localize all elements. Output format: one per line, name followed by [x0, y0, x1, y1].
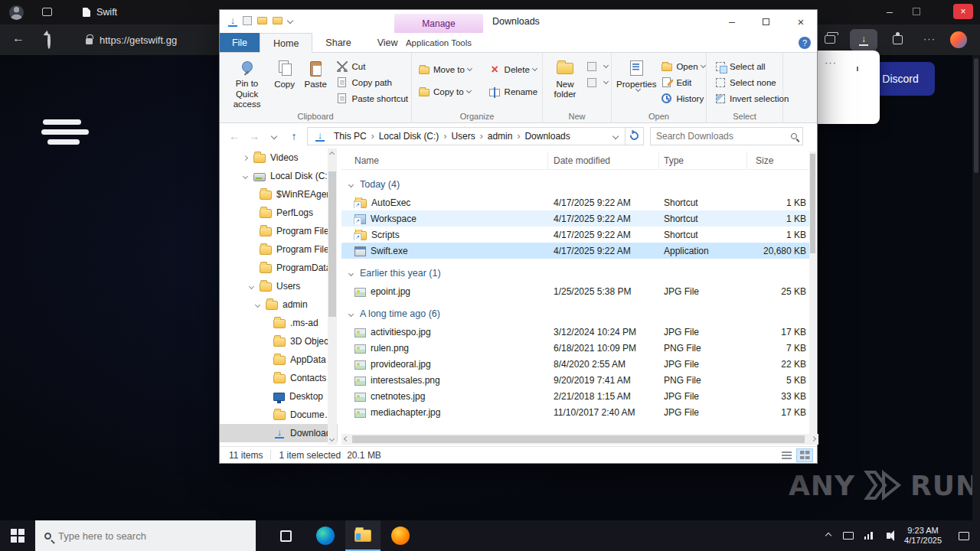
group-collapse-icon[interactable]	[348, 311, 354, 316]
ribbon-copy-path-button[interactable]: Copy path	[335, 74, 408, 90]
tree-item-admin[interactable]: admin	[220, 295, 338, 314]
ribbon-cut-button[interactable]: Cut	[335, 58, 408, 74]
file-row[interactable]: mediachapter.jpg 11/10/2017 2:40 AM JPG …	[341, 404, 812, 420]
action-center-button[interactable]	[948, 532, 980, 540]
scrollbar-thumb[interactable]	[352, 435, 805, 443]
file-row-selected[interactable]: Swift.exe 4/17/2025 9:22 AM Application …	[341, 243, 812, 259]
tree-item-3d-objects[interactable]: 3D Objects	[220, 332, 338, 350]
explorer-close-button[interactable]: ×	[788, 11, 814, 32]
search-input[interactable]	[656, 131, 791, 142]
tree-item-videos[interactable]: Videos	[220, 148, 338, 167]
qat-folder-button[interactable]	[273, 17, 283, 24]
file-row[interactable]: Scripts 4/17/2025 9:22 AM Shortcut 1 KB	[341, 227, 812, 243]
ribbon-rename-button[interactable]: Rename	[488, 83, 539, 100]
explorer-maximize-button[interactable]	[753, 11, 779, 32]
ribbon-select-none-button[interactable]: Select none	[713, 74, 789, 90]
browser-close-button[interactable]: ×	[953, 4, 973, 19]
browser-downloads-button[interactable]: ↓	[850, 29, 877, 51]
ribbon-open-button[interactable]: Open	[659, 58, 704, 74]
tree-item-programdata[interactable]: ProgramData	[220, 259, 338, 277]
browser-tab[interactable]: Swift	[72, 0, 128, 24]
breadcrumb-users[interactable]: Users	[447, 131, 479, 142]
collections-icon[interactable]	[825, 35, 835, 44]
file-row[interactable]: epoint.jpg 1/25/2025 5:38 PM JPG File 25…	[341, 283, 812, 299]
nav-up-button[interactable]: ↑	[284, 127, 304, 145]
edge-taskbar-button[interactable]	[308, 520, 343, 551]
refresh-button[interactable]	[626, 127, 644, 145]
group-header-earlier-this-year[interactable]: Earlier this year (1)	[341, 265, 812, 282]
ribbon-copy-button[interactable]: Copy	[270, 57, 299, 109]
breadcrumb-this-pc[interactable]: This PC	[330, 131, 371, 142]
files-horizontal-scrollbar[interactable]	[341, 434, 818, 445]
column-name[interactable]: Name	[341, 152, 548, 169]
browser-back-icon[interactable]: ←	[12, 31, 24, 45]
files-vertical-scrollbar[interactable]	[809, 152, 816, 434]
file-row[interactable]: rulen.png 6/18/2021 10:09 PM PNG File 7 …	[341, 340, 812, 356]
tree-item-program-files-2[interactable]: Program Files	[220, 240, 338, 259]
file-row[interactable]: cnetnotes.jpg 2/21/2018 1:15 AM JPG File…	[341, 388, 812, 404]
browser-minimize-button[interactable]: –	[877, 0, 902, 23]
taskbar-search[interactable]	[35, 520, 256, 551]
qat-new-folder-button[interactable]	[257, 17, 267, 24]
file-row[interactable]: provideoral.jpg 8/4/2020 2:55 AM JPG Fil…	[341, 356, 812, 372]
breadcrumb-local-disk-c[interactable]: Local Disk (C:)	[375, 131, 443, 142]
browser-refresh-icon[interactable]	[47, 34, 51, 48]
browser-maximize-button[interactable]	[913, 8, 920, 15]
breadcrumb[interactable]: ↓ This PC › Local Disk (C:) › Users › ad…	[307, 127, 626, 145]
tree-item-contacts[interactable]: Contacts	[220, 369, 338, 387]
scroll-up-icon[interactable]	[329, 152, 335, 157]
volume-tray-icon[interactable]	[878, 533, 898, 539]
expander-icon[interactable]	[255, 302, 260, 307]
scrollbar-thumb[interactable]	[810, 154, 815, 253]
explorer-taskbar-button[interactable]	[345, 520, 381, 551]
tab-share[interactable]: Share	[312, 33, 364, 52]
tree-item-perflogs[interactable]: PerfLogs	[220, 204, 338, 222]
ribbon-invert-selection-button[interactable]: Invert selection	[713, 90, 789, 106]
expander-icon[interactable]	[243, 173, 248, 178]
page-scrollbar[interactable]	[972, 55, 980, 520]
taskbar-search-input[interactable]	[58, 530, 256, 542]
breadcrumb-admin[interactable]: admin	[484, 131, 517, 142]
group-collapse-icon[interactable]	[348, 181, 354, 187]
view-details-button[interactable]	[778, 448, 795, 462]
tray-expand-button[interactable]	[818, 533, 838, 538]
ribbon-history-button[interactable]: History	[659, 90, 704, 106]
file-row[interactable]: activitiespo.jpg 3/12/2024 10:24 PM JPG …	[341, 324, 812, 340]
browser-profile-icon[interactable]	[950, 31, 967, 48]
ribbon-pin-button[interactable]: Pin to Quick access	[224, 57, 270, 109]
nav-scrollbar[interactable]	[328, 148, 337, 445]
firefox-taskbar-button[interactable]	[383, 520, 418, 551]
extensions-icon[interactable]	[893, 35, 903, 44]
ribbon-select-all-button[interactable]: Select all	[713, 58, 789, 74]
qat-customize-button[interactable]	[287, 18, 293, 24]
breadcrumb-downloads[interactable]: Downloads	[521, 131, 573, 142]
address-bar[interactable]: https://getswift.gg	[86, 24, 177, 55]
file-row[interactable]: AutoExec 4/17/2025 9:22 AM Shortcut 1 KB	[341, 194, 812, 210]
tab-home[interactable]: Home	[260, 33, 312, 53]
column-date-modified[interactable]: Date modified	[548, 152, 659, 169]
ribbon-paste-button[interactable]: Paste	[299, 57, 332, 109]
scroll-left-icon[interactable]	[344, 436, 349, 442]
expander-icon[interactable]	[249, 283, 254, 289]
display-tray-icon[interactable]	[838, 532, 858, 540]
manage-tab-label[interactable]: Manage	[394, 14, 483, 33]
nav-recent-button[interactable]	[264, 127, 284, 145]
task-view-button[interactable]	[268, 520, 303, 551]
scrollbar-thumb[interactable]	[328, 171, 336, 317]
file-row[interactable]: Workspace 4/17/2025 9:22 AM Shortcut 1 K…	[341, 210, 812, 227]
ribbon-easy-access-button[interactable]	[584, 74, 608, 90]
ribbon-new-folder-button[interactable]: New folder	[547, 57, 583, 109]
flyout-more-button[interactable]: ···	[825, 57, 837, 68]
profile-avatar-icon[interactable]	[9, 5, 24, 20]
scroll-down-icon[interactable]	[329, 436, 335, 442]
view-thumbnails-button[interactable]	[796, 448, 813, 462]
scroll-right-icon[interactable]	[811, 436, 816, 442]
ribbon-edit-button[interactable]: Edit	[659, 74, 704, 90]
browser-menu-icon[interactable]: ···	[923, 33, 936, 44]
tab-overview-icon[interactable]	[42, 8, 52, 16]
ribbon-delete-button[interactable]: × Delete	[488, 61, 539, 78]
search-box[interactable]	[650, 127, 803, 145]
group-header-a-long-time-ago[interactable]: A long time ago (6)	[341, 305, 812, 322]
file-row[interactable]: interestsales.png 9/20/2019 7:41 AM PNG …	[341, 372, 812, 388]
tree-item-documents[interactable]: Documents	[220, 406, 338, 424]
